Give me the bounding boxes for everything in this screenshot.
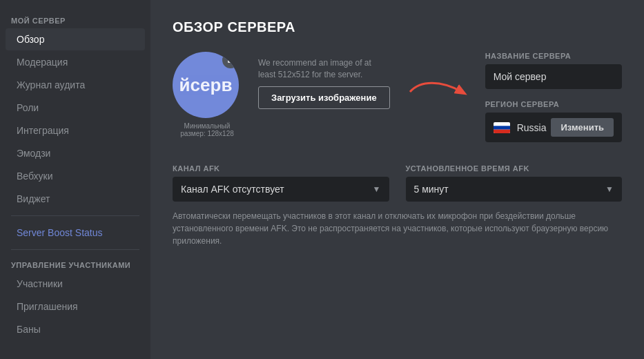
sidebar-divider-2	[11, 249, 139, 250]
main-content: ОБЗОР СЕРВЕРА йсерв Минимальный размер: …	[150, 0, 644, 359]
sidebar-item-overview[interactable]: Обзор	[6, 28, 145, 50]
sidebar-section-members: УПРАВЛЕНИЕ УЧАСТНИКАМИ	[0, 255, 150, 272]
sidebar-item-moderation[interactable]: Модерация	[6, 51, 145, 73]
sidebar-item-invites[interactable]: Приглашения	[6, 295, 145, 318]
sidebar-section-my-server: МОЙ СЕРВЕР	[0, 11, 150, 28]
svg-rect-2	[494, 126, 510, 129]
server-icon-upload-btn[interactable]	[222, 52, 239, 68]
region-row: Russia Изменить	[485, 113, 622, 142]
afk-channel-select[interactable]: Канал AFK отсутствует	[173, 177, 389, 202]
server-region-field: РЕГИОН СЕРВЕРА Russia Изменить	[485, 100, 622, 142]
arrow-icon	[407, 77, 469, 107]
sidebar-item-emoji[interactable]: Эмодзи	[6, 142, 145, 164]
upload-section: We recommend an image of at least 512x51…	[258, 52, 390, 109]
overview-top: йсерв Минимальный размер: 128x128 We rec…	[173, 52, 622, 142]
sidebar-item-bans[interactable]: Баны	[6, 318, 145, 340]
sidebar-divider-1	[11, 215, 139, 216]
server-icon-wrapper: йсерв Минимальный размер: 128x128	[173, 52, 242, 137]
region-change-button[interactable]: Изменить	[551, 118, 614, 137]
server-icon-text: йсерв	[179, 75, 233, 96]
page-title: ОБЗОР СЕРВЕРА	[173, 19, 622, 35]
server-icon-min-size: Минимальный размер: 128x128	[173, 122, 242, 137]
server-name-field: НАЗВАНИЕ СЕРВЕРА	[485, 52, 622, 89]
sidebar-item-roles[interactable]: Роли	[6, 97, 145, 119]
sidebar-item-audit[interactable]: Журнал аудита	[6, 74, 145, 96]
sidebar-item-integration[interactable]: Интеграция	[6, 119, 145, 142]
afk-time-select[interactable]: 1 минута 5 минут 10 минут 30 минут 1 час	[406, 177, 623, 202]
arrow-section	[407, 52, 469, 107]
sidebar-item-members[interactable]: Участники	[6, 273, 145, 295]
sidebar-item-widget[interactable]: Виджет	[6, 188, 145, 210]
region-flag-icon	[494, 122, 510, 133]
upload-image-button[interactable]: Загрузить изображение	[258, 86, 390, 109]
afk-time-label: УСТАНОВЛЕННОЕ ВРЕМЯ AFK	[406, 164, 623, 173]
afk-description: Автоматически перемещать участников в эт…	[173, 210, 622, 247]
sidebar: МОЙ СЕРВЕР Обзор Модерация Журнал аудита…	[0, 0, 150, 359]
afk-channel-label: КАНАЛ AFK	[173, 164, 389, 173]
server-icon: йсерв	[173, 52, 239, 118]
server-region-label: РЕГИОН СЕРВЕРА	[485, 100, 622, 108]
upload-hint: We recommend an image of at least 512x51…	[258, 57, 382, 81]
right-fields: НАЗВАНИЕ СЕРВЕРА РЕГИОН СЕРВЕРА Russia	[485, 52, 622, 142]
server-name-label: НАЗВАНИЕ СЕРВЕРА	[485, 52, 622, 60]
afk-time-field: УСТАНОВЛЕННОЕ ВРЕМЯ AFK 1 минута 5 минут…	[406, 164, 623, 202]
afk-channel-select-wrapper: Канал AFK отсутствует ▼	[173, 177, 389, 202]
svg-rect-3	[494, 129, 510, 133]
sidebar-item-webhooks[interactable]: Вебхуки	[6, 165, 145, 187]
server-name-input[interactable]	[485, 64, 622, 89]
region-name: Russia	[517, 122, 552, 133]
afk-time-select-wrapper: 1 минута 5 минут 10 минут 30 минут 1 час…	[406, 177, 623, 202]
sidebar-item-boost[interactable]: Server Boost Status	[6, 222, 145, 244]
afk-section: КАНАЛ AFK Канал AFK отсутствует ▼ УСТАНО…	[173, 164, 622, 202]
afk-channel-field: КАНАЛ AFK Канал AFK отсутствует ▼	[173, 164, 389, 202]
